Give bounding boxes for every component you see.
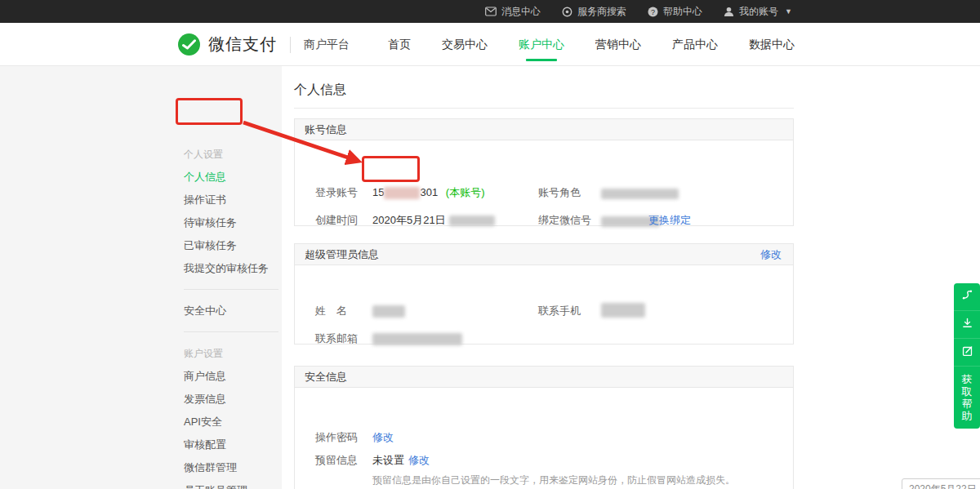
- redacted-email: [372, 333, 462, 345]
- sidebar-item-api-security[interactable]: API安全: [184, 411, 278, 433]
- message-icon: [485, 7, 497, 16]
- nav-marketing-center[interactable]: 营销中心: [594, 24, 643, 65]
- sidebar-section-account-settings: 账户设置: [184, 342, 278, 365]
- nav-product-center[interactable]: 产品中心: [670, 24, 719, 65]
- login-account-label: 登录账号: [315, 186, 358, 198]
- account-panel-title: 账号信息: [305, 122, 347, 137]
- sidebar: 个人设置 个人信息 操作证书 待审核任务 已审核任务 我提交的审核任务 安全中心…: [0, 66, 282, 489]
- topbar-my-account[interactable]: 我的账号 ▼: [724, 5, 792, 19]
- login-account-value: 15301 (本账号): [372, 186, 484, 199]
- security-info-panel: 安全信息 操作密码 修改 预留信息 未设置 修改 预留信息是由你自己设置的一段文…: [294, 366, 794, 489]
- account-info-panel: 账号信息 登录账号 15301 (本账号) 账号角色 创建时间 2020年5月2…: [294, 118, 794, 226]
- sidebar-item-pending-review-tasks[interactable]: 待审核任务: [184, 211, 278, 234]
- brand[interactable]: 微信支付 商户平台: [178, 23, 350, 66]
- bound-wechat-label: 绑定微信号: [538, 214, 591, 226]
- topbar-item-label: 帮助中心: [663, 5, 702, 19]
- nav-account-center[interactable]: 账户中心: [517, 24, 566, 65]
- brand-name: 微信支付: [208, 33, 277, 56]
- name-label: 姓 名: [315, 305, 347, 317]
- redacted-login-middle: [384, 187, 420, 199]
- super-admin-panel: 超级管理员信息 修改 姓 名 联系手机 联系邮箱: [294, 243, 794, 345]
- date-chip[interactable]: 2020年5月22日: [902, 478, 980, 489]
- contact-phone-value: [601, 303, 645, 318]
- search-icon: [562, 7, 572, 17]
- wechat-pay-logo-icon: [178, 33, 200, 56]
- feedback-button[interactable]: [954, 339, 980, 367]
- sidebar-divider: [184, 331, 278, 332]
- sidebar-item-invoice-info[interactable]: 发票信息: [184, 388, 278, 411]
- rebind-link[interactable]: 更换绑定: [648, 214, 691, 226]
- redacted-role: [601, 189, 679, 199]
- contact-phone-label: 联系手机: [538, 305, 581, 317]
- current-account-note: (本账号): [446, 186, 485, 198]
- contact-email-label: 联系邮箱: [315, 332, 358, 345]
- topbar-service-search[interactable]: 服务商搜索: [562, 5, 626, 19]
- contact-email-value: [372, 332, 462, 345]
- page-title: 个人信息: [294, 82, 346, 99]
- sidebar-item-reviewed-tasks[interactable]: 已审核任务: [184, 234, 278, 257]
- topbar-item-label: 服务商搜索: [577, 5, 626, 19]
- site-header: 微信支付 商户平台 首页 交易中心 账户中心 营销中心 产品中心 数据中心: [0, 23, 980, 66]
- sidebar-item-wechat-group-mgmt[interactable]: 微信群管理: [184, 456, 278, 479]
- redacted-created-time: [449, 216, 495, 226]
- sidebar-item-personal-info[interactable]: 个人信息: [184, 166, 278, 189]
- redacted-name: [372, 305, 405, 318]
- topbar-item-label: 消息中心: [501, 5, 541, 19]
- sidebar-item-my-submitted-tasks[interactable]: 我提交的审核任务: [184, 257, 278, 280]
- account-role-label: 账号角色: [538, 186, 581, 198]
- description-line: 预留信息是由你自己设置的一段文字，用来鉴定网站身份，防止假冒网站造成损失。: [372, 473, 862, 487]
- admin-panel-title: 超级管理员信息: [305, 247, 379, 262]
- sidebar-section-personal-settings: 个人设置: [184, 143, 278, 166]
- created-time-label: 创建时间: [315, 214, 358, 226]
- link-icon: [961, 289, 973, 305]
- title-divider: [294, 108, 794, 109]
- topbar-message-center[interactable]: 消息中心: [485, 5, 541, 19]
- admin-edit-link[interactable]: 修改: [760, 247, 782, 262]
- primary-nav: 首页 交易中心 账户中心 营销中心 产品中心 数据中心: [386, 23, 796, 66]
- sidebar-item-review-config[interactable]: 审核配置: [184, 433, 278, 456]
- reserved-info-label: 预留信息: [315, 454, 358, 466]
- help-icon: ?: [648, 7, 658, 17]
- top-utility-bar: 消息中心 服务商搜索 ? 帮助中心 我的账号 ▼: [0, 0, 980, 23]
- floating-toolbar: 获取帮助: [954, 283, 980, 429]
- download-icon: [961, 317, 973, 332]
- reserved-info-value: 未设置: [372, 454, 404, 466]
- security-panel-title: 安全信息: [305, 370, 347, 385]
- created-time-value: 2020年5月21日: [372, 214, 495, 226]
- reserved-edit-link[interactable]: 修改: [408, 454, 430, 466]
- sidebar-item-operation-certificate[interactable]: 操作证书: [184, 189, 278, 211]
- operation-password-label: 操作密码: [315, 431, 358, 443]
- name-value: [372, 305, 405, 318]
- topbar-item-label: 我的账号: [739, 5, 778, 19]
- get-help-label: 获取帮助: [961, 373, 973, 422]
- sidebar-divider: [184, 289, 278, 290]
- account-role-value: [601, 187, 679, 199]
- nav-home[interactable]: 首页: [386, 24, 412, 65]
- sidebar-item-staff-account-mgmt[interactable]: 员工账号管理: [184, 479, 278, 489]
- nav-transaction-center[interactable]: 交易中心: [440, 24, 489, 65]
- topbar-help-center[interactable]: ? 帮助中心: [648, 5, 702, 19]
- user-icon: [724, 7, 734, 17]
- sidebar-item-security-center[interactable]: 安全中心: [184, 300, 278, 322]
- svg-text:?: ?: [651, 7, 655, 16]
- redacted-phone: [601, 303, 645, 318]
- download-button[interactable]: [954, 311, 980, 339]
- get-help-button[interactable]: 获取帮助: [954, 367, 980, 429]
- edit-icon: [961, 345, 973, 360]
- contact-link-button[interactable]: [954, 283, 980, 311]
- reserved-info-description: 预留信息是由你自己设置的一段文字，用来鉴定网站身份，防止假冒网站造成损失。 配置…: [372, 473, 862, 489]
- chevron-down-icon: ▼: [785, 7, 792, 16]
- password-edit-link[interactable]: 修改: [372, 431, 394, 443]
- brand-divider: [290, 37, 291, 53]
- nav-data-center[interactable]: 数据中心: [747, 24, 796, 65]
- brand-portal: 商户平台: [304, 38, 350, 52]
- sidebar-item-merchant-info[interactable]: 商户信息: [184, 365, 278, 388]
